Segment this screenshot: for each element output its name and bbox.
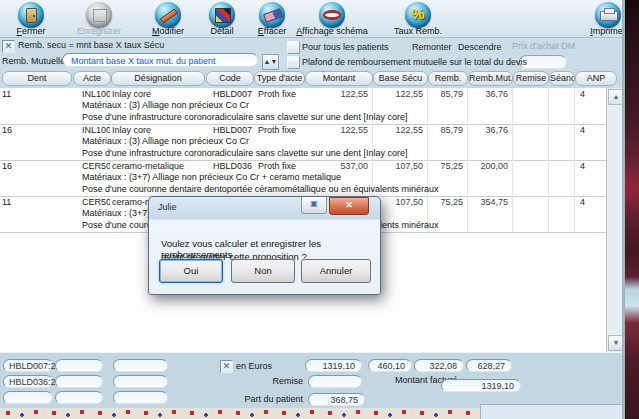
cell-seance [548,125,572,136]
remb-mutuelle-select[interactable]: Montant base X taux mut. du patient [62,53,258,67]
part-patient-label: Part du patient [240,394,303,405]
empty-code-field[interactable] [55,359,103,372]
col-header-dent[interactable]: Dent [2,71,72,86]
cell-remb-secu: 85,79 [427,89,463,100]
empty-code-field[interactable] [55,391,103,404]
cell-anp: 4 [580,161,600,172]
part-patient-field: 368,75 [308,393,365,406]
materiaux-line: Matériaux : (3) Alliage non précieux Co … [82,100,597,111]
cell-dent: 11 [2,197,68,208]
montant-facture-field: 1319,10 [441,379,521,392]
remise-field[interactable] [308,375,362,388]
cell-code: HBLD007 [213,125,253,136]
empty-code-field[interactable] [113,375,168,388]
cell-base: 107,50 [372,161,423,172]
taux-remb-label: Taux Remb. [369,26,467,36]
cell-seance [548,197,572,208]
pour-tous-label: Pour tous les patients [302,42,389,53]
pose-line: Pose d'une infrastructure coronoradicula… [82,148,597,159]
materiaux-line: Matériaux : (3) Alliage non précieux Co … [82,136,597,147]
empty-code-field[interactable] [3,391,53,404]
col-header-remb-mut[interactable]: Remb.Mut. [468,71,513,86]
prix-achat-dm-label: Prix d'achat DM [512,41,575,52]
cell-acte: INL100 [82,125,110,136]
col-header-remb-secu[interactable]: Remb. Sécu [428,71,468,86]
cell-montant: 122,55 [304,89,368,100]
empty-code-field[interactable] [55,375,103,388]
oui-button[interactable]: Oui [159,259,223,283]
col-header-code-secu[interactable]: Code Sécu. [206,71,254,86]
table-row[interactable]: 11INL100Inlay coreHBLD007Proth fixe122,5… [0,88,606,125]
remonter-button[interactable]: Remonter [412,42,452,53]
remb-secu-checkbox[interactable]: ✕ [2,40,15,53]
cell-remb-secu: 85,79 [427,125,463,136]
affichage-schema-button[interactable]: Affichage schéma [297,1,367,37]
cell-base: 122,55 [372,125,423,136]
cell-designation: Inlay core [112,89,204,100]
cell-anp: 4 [580,125,600,136]
total-base-secu-field: 460,10 [368,359,412,372]
materiaux-line: Matériaux : (3+7) Alliage non précieux C… [82,172,597,183]
table-row[interactable]: 16INL100Inlay coreHBLD007Proth fixe122,5… [0,124,606,161]
background-wallpaper-pattern [0,408,480,419]
eraser-icon [259,2,285,28]
affichage-schema-label: Affichage schéma [283,26,381,36]
cell-dent: 11 [2,89,68,100]
julie-proposition-window: Fermer Enregistrer Modifier Détail Effac… [0,0,639,419]
col-header-type-acte[interactable]: Type d'acte [254,71,305,86]
cell-remise [512,125,544,136]
cell-code: HBLD007 [213,89,253,100]
col-header-acte[interactable]: Acte [73,71,111,86]
door-icon [18,2,44,28]
dialog-close-button[interactable]: ✕ [329,197,369,215]
cell-remb-mut: 354,75 [467,197,508,208]
panel-extension [480,404,624,419]
cell-remise [512,161,544,172]
cell-code: HBLD036 [213,161,253,172]
cell-base: 122,55 [372,89,423,100]
col-header-remise[interactable]: Remise [513,71,549,86]
vertical-scrollbar[interactable]: ▲ ▼ [606,88,623,352]
col-header-seance[interactable]: Séance [549,71,575,86]
detail-icon [209,2,235,28]
cell-remb-secu: 75,25 [427,161,463,172]
cell-remb-mut: 36,76 [467,89,508,100]
remb-mutuelle-label: Remb. Mutuelle : [2,56,70,67]
taux-remb-button[interactable]: % Taux Remb. [383,1,453,37]
col-header-anp[interactable]: ANP [575,71,617,86]
dialog-window-icon-button[interactable]: ▣ [301,197,327,214]
cell-designation: Inlay core [112,125,204,136]
empty-code-field[interactable] [113,359,168,372]
col-header-montant[interactable]: Montant [305,71,373,86]
toolbar: Fermer Enregistrer Modifier Détail Effac… [0,0,628,38]
cell-seance [548,89,572,100]
save-icon [86,2,112,28]
descendre-button[interactable]: Descendre [458,42,502,53]
reorder-spinner-icon[interactable]: ▲▼ [262,54,279,70]
col-header-base-secu[interactable]: Base Sécu [373,71,428,86]
pour-tous-checkbox[interactable] [287,41,300,54]
en-euros-checkbox[interactable]: ✕ [220,360,233,373]
col-header-designation[interactable]: Désignation [111,71,205,86]
background-window-strip [625,0,639,419]
totals-panel: HBLD007:2HBLD036:2 ✕ en Euros 1319,10 46… [0,352,622,409]
plafond-checkbox[interactable] [287,56,300,69]
remise-label: Remise [240,376,303,387]
pose-line: Pose d'une couronne dentaire dentoportée… [82,184,597,195]
cell-remb-secu: 75,25 [427,197,463,208]
non-button[interactable]: Non [231,259,295,283]
cell-acte: INL100 [82,89,110,100]
cell-type: Proth fixe [258,89,303,100]
code-field[interactable]: HBLD036:2 [3,375,53,388]
cell-anp: 4 [580,89,600,100]
mouth-icon [319,2,345,28]
code-field[interactable]: HBLD007:2 [3,359,53,372]
table-header: Dent Acte Désignation Code Sécu. Type d'… [0,70,622,88]
table-row[interactable]: 16CER500ceramo-metaliqueHBLD036Proth fix… [0,160,606,197]
annuler-button[interactable]: Annuler [301,259,371,283]
cell-dent: 16 [2,161,68,172]
cell-seance [548,161,572,172]
empty-code-field[interactable] [113,391,168,404]
cell-remise [512,89,544,100]
en-euros-label: en Euros [236,361,272,372]
